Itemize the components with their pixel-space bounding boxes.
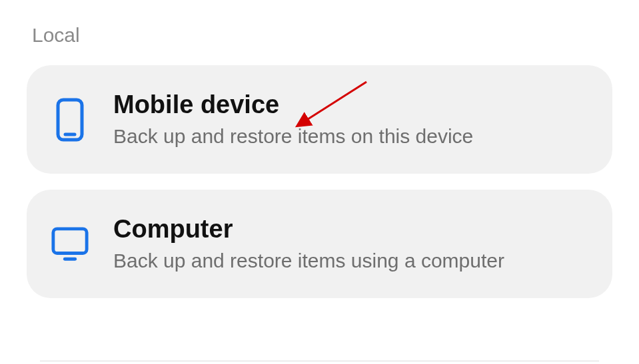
phone-icon [51,98,89,142]
mobile-device-subtitle: Back up and restore items on this device [113,124,588,149]
section-header: Local [32,24,612,47]
svg-rect-2 [53,229,87,254]
mobile-device-text: Mobile device Back up and restore items … [113,91,588,148]
local-section: Local Mobile device Back up and restore … [0,0,639,298]
mobile-device-title: Mobile device [113,91,588,120]
computer-subtitle: Back up and restore items using a comput… [113,248,588,273]
computer-title: Computer [113,215,588,244]
divider [40,361,599,361]
computer-card[interactable]: Computer Back up and restore items using… [27,190,612,298]
mobile-device-card[interactable]: Mobile device Back up and restore items … [27,65,612,174]
monitor-icon [51,226,89,263]
computer-text: Computer Back up and restore items using… [113,215,588,273]
